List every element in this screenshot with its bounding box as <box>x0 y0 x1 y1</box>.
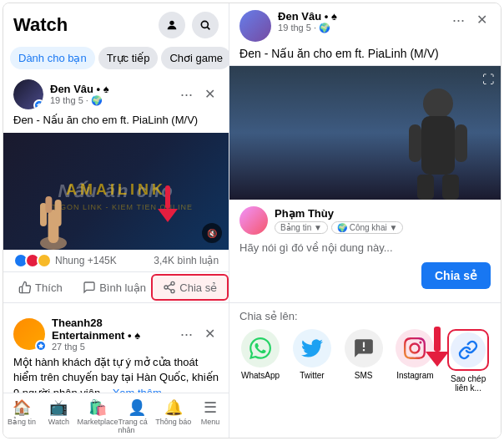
action-bar-1: Thích Bình luận Chia sẻ <box>3 271 229 302</box>
right-menu-btn[interactable]: ··· <box>447 10 470 31</box>
commenter-info: Phạm Thùy Bảng tin ▼ 🌍 Công khai ▼ <box>275 207 403 234</box>
right-video[interactable]: ⛶ <box>229 66 501 200</box>
share-label: Chia sẻ <box>179 281 217 294</box>
right-close-btn[interactable]: ✕ <box>473 10 491 31</box>
left-panel: Watch Dành cho bạn Trực tiếp Chơi game <box>3 3 229 438</box>
react-bar-1: Nhung +145K 3,4K bình luận <box>3 250 229 271</box>
post-actions-right-1: ··· ✕ <box>175 84 219 105</box>
expand-icon[interactable]: ⛶ <box>482 73 494 86</box>
right-panel: Đen Vâu • ♠ 19 thg 5 · 🌍 ··· ✕ Đen - Nấu… <box>229 3 501 438</box>
instagram-label: Instagram <box>396 371 433 380</box>
whatsapp-icon-circle <box>241 329 280 368</box>
post-author-name-2: Theanh28 Entertainment • ♠ <box>52 317 169 342</box>
sms-label: SMS <box>355 371 373 380</box>
commenter-row: Phạm Thùy Bảng tin ▼ 🌍 Công khai ▼ <box>229 200 501 238</box>
svg-point-10 <box>171 290 174 293</box>
share-icons-row: WhatsApp Twitter SMS <box>239 329 491 393</box>
right-header: Đen Vâu • ♠ 19 thg 5 · 🌍 ··· ✕ Đen - Nấu… <box>229 3 501 66</box>
share-to-label: Chia sẻ lên: <box>239 310 491 322</box>
svg-point-1 <box>201 21 208 28</box>
whatsapp-label: WhatsApp <box>241 371 280 380</box>
comment-input[interactable]: Hãy nói gì đó về nội dung này... <box>239 238 491 257</box>
nav-item-marketplace[interactable]: 🛍️ Marketplace <box>77 397 118 436</box>
right-post-info: Đen Vâu • ♠ 19 thg 5 · 🌍 ··· ✕ <box>239 10 491 42</box>
nav-label-notif: Thông báo <box>155 418 191 426</box>
commenter-badges: Bảng tin ▼ 🌍 Công khai ▼ <box>275 221 403 234</box>
tab-choi-game[interactable]: Chơi game <box>161 47 229 69</box>
person-icon[interactable] <box>159 12 185 38</box>
right-header-actions: ··· ✕ <box>447 10 491 31</box>
post-meta-1: Đen Vâu • ♠ 19 thg 5 · 🌍 <box>50 83 169 106</box>
volume-icon[interactable]: 🔇 <box>202 223 222 243</box>
like-label: Thích <box>35 281 63 294</box>
svg-rect-18 <box>455 124 467 162</box>
like-btn[interactable]: Thích <box>3 274 78 301</box>
svg-point-0 <box>169 21 174 25</box>
tab-danh-cho-ban[interactable]: Dành cho bạn <box>10 47 95 69</box>
bottom-nav: 🏠 Bảng tin 📺 Watch 🛍️ Marketplace 👤 Tran… <box>3 393 229 438</box>
search-icon[interactable] <box>192 12 219 38</box>
sms-icon-circle <box>345 329 383 368</box>
right-author-name: Đen Vâu • ♠ <box>278 10 441 23</box>
post-close-btn-2[interactable]: ✕ <box>201 324 219 345</box>
share-twitter[interactable]: Twitter <box>293 329 331 393</box>
badge-congkhai[interactable]: 🌍 Công khai ▼ <box>331 221 403 234</box>
post-title-1: Đen - Nấu ăn cho em ft. PiaLinh (M/V) <box>3 113 229 133</box>
watch-nav-icon: 📺 <box>49 398 68 417</box>
right-author-avatar <box>239 10 271 42</box>
nav-label-home: Bảng tin <box>8 418 36 426</box>
share-button[interactable]: Chia sẻ <box>421 262 491 289</box>
nav-label-marketplace: Marketplace <box>77 418 118 426</box>
nav-item-profile[interactable]: 👤 Trang cá nhân <box>118 397 154 436</box>
svg-line-12 <box>168 285 172 287</box>
notif-icon: 🔔 <box>164 398 183 417</box>
post-time-1: 19 thg 5 · 🌍 <box>50 95 169 106</box>
svg-rect-14 <box>421 116 455 175</box>
video-thumb-1[interactable]: Nấu ăn cho AMAILINK RUT GON LINK - KIEM … <box>3 133 229 250</box>
post-header-2: Theanh28 Entertainment • ♠ 27 thg 5 ··· … <box>3 310 229 355</box>
svg-rect-16 <box>442 175 459 200</box>
home-icon: 🏠 <box>13 398 31 417</box>
post-author-avatar-1 <box>13 79 43 109</box>
share-copy-link[interactable]: Sao chép liên k... <box>447 329 489 393</box>
comment-label: Bình luận <box>99 281 146 294</box>
tab-truc-tiep[interactable]: Trực tiếp <box>98 47 159 69</box>
badge-bangtin[interactable]: Bảng tin ▼ <box>275 221 328 234</box>
twitter-label: Twitter <box>300 371 324 380</box>
post-card-1: Đen Vâu • ♠ 19 thg 5 · 🌍 ··· ✕ Đen - Nấu… <box>3 73 229 303</box>
share-whatsapp[interactable]: WhatsApp <box>241 329 280 393</box>
share-sms[interactable]: SMS <box>345 329 383 393</box>
nav-item-menu[interactable]: ☰ Menu <box>192 397 229 436</box>
post-menu-btn-1[interactable]: ··· <box>175 84 198 105</box>
post-close-btn-1[interactable]: ✕ <box>201 84 219 105</box>
svg-point-13 <box>423 89 453 119</box>
share-btn[interactable]: Chia sẻ <box>151 274 229 301</box>
menu-icon: ☰ <box>204 398 217 417</box>
comment-btn[interactable]: Bình luận <box>78 274 152 301</box>
svg-point-8 <box>171 282 174 286</box>
nav-tabs: Dành cho bạn Trực tiếp Chơi game Đang th… <box>3 43 229 73</box>
right-red-arrow <box>426 327 449 367</box>
nav-item-home[interactable]: 🏠 Bảng tin <box>3 397 40 436</box>
nav-item-notif[interactable]: 🔔 Thông báo <box>155 397 192 436</box>
svg-point-9 <box>164 286 168 289</box>
post-meta-2: Theanh28 Entertainment • ♠ 27 thg 5 <box>52 317 169 352</box>
right-arrow-head <box>426 352 449 367</box>
watch-title: Watch <box>13 14 68 36</box>
post-author-name-1: Đen Vâu • ♠ <box>50 83 169 95</box>
see-more-btn[interactable]: Xem thêm <box>113 387 162 393</box>
watch-header: Watch <box>3 3 229 43</box>
marketplace-icon: 🛍️ <box>88 398 107 417</box>
commenter-avatar <box>239 206 268 235</box>
svg-line-2 <box>207 27 209 29</box>
post-actions-right-2: ··· ✕ <box>175 324 219 345</box>
svg-rect-6 <box>55 200 62 226</box>
post-header-1: Đen Vâu • ♠ 19 thg 5 · 🌍 ··· ✕ <box>3 73 229 113</box>
copy-link-icon-circle <box>451 332 486 368</box>
post-text-2: Một hành khách đặt tự ý mở cửa thoát hiể… <box>3 355 229 393</box>
post-menu-btn-2[interactable]: ··· <box>175 324 198 345</box>
right-time: 19 thg 5 · 🌍 <box>278 23 441 33</box>
nav-label-menu: Menu <box>201 418 220 426</box>
share-btn-container: Chia sẻ <box>229 262 501 302</box>
nav-item-watch[interactable]: 📺 Watch <box>40 397 77 436</box>
